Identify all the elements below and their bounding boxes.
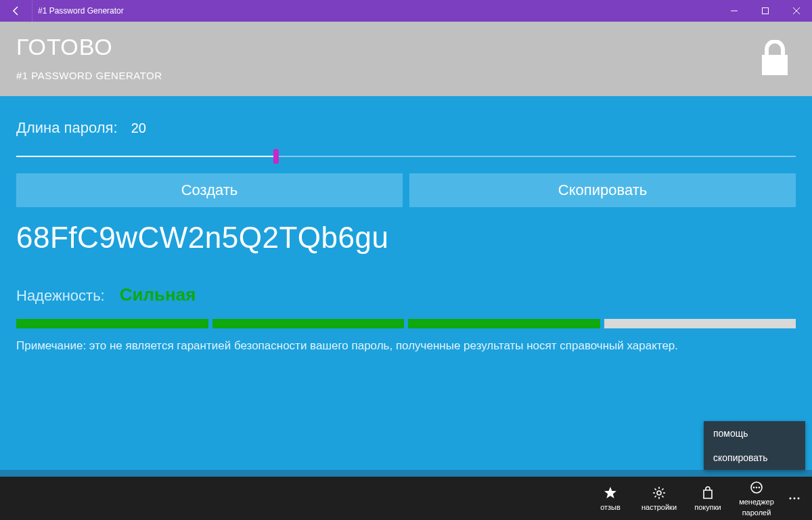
bottom-bar: отзыв настройки покупки менеджер паролей <box>0 477 812 520</box>
strength-row: Надежность: Сильная <box>16 284 796 305</box>
nav-password-manager[interactable]: менеджер паролей <box>732 480 781 517</box>
svg-line-11 <box>662 488 663 490</box>
nav-purchases[interactable]: покупки <box>683 485 732 511</box>
strength-bar-3 <box>408 319 600 328</box>
svg-point-18 <box>794 498 796 500</box>
gear-icon <box>652 485 666 500</box>
svg-point-17 <box>790 498 792 500</box>
window-controls <box>719 0 812 22</box>
nav-purchases-label: покупки <box>694 503 721 511</box>
svg-rect-2 <box>762 55 788 75</box>
back-button[interactable] <box>0 0 32 22</box>
header: ГОТОВО #1 PASSWORD GENERATOR <box>0 22 812 96</box>
nav-review[interactable]: отзыв <box>586 485 635 511</box>
strength-bar-4 <box>604 319 796 328</box>
nav-review-label: отзыв <box>600 503 621 511</box>
titlebar: #1 Password Generator <box>0 0 812 22</box>
more-button[interactable] <box>781 477 808 520</box>
close-button[interactable] <box>781 0 812 22</box>
bag-icon <box>701 485 715 500</box>
nav-manager-label-1: менеджер <box>739 498 774 506</box>
accent-strip <box>0 470 812 477</box>
slider-track-filled <box>16 156 276 157</box>
strength-bar-2 <box>212 319 405 328</box>
more-horizontal-icon <box>750 480 763 495</box>
length-row: Длина пароля: 20 <box>16 119 796 137</box>
disclaimer-note: Примечание: это не является гарантией бе… <box>16 339 796 353</box>
nav-manager-label-2: паролей <box>742 508 771 517</box>
generated-password: 68FfC9wCW2n5Q2TQb6gu <box>16 221 796 255</box>
svg-point-16 <box>759 487 761 489</box>
length-label: Длина пароля: <box>16 119 118 136</box>
svg-line-12 <box>655 496 656 497</box>
svg-point-15 <box>756 487 758 489</box>
button-row: Создать Скопировать <box>16 173 796 207</box>
status-title: ГОТОВО <box>16 34 796 60</box>
lock-icon <box>758 40 792 78</box>
svg-line-10 <box>662 496 663 497</box>
app-window: #1 Password Generator ГОТОВО #1 PASSWORD… <box>0 0 812 520</box>
svg-point-14 <box>753 487 755 489</box>
star-icon <box>604 485 617 500</box>
svg-marker-3 <box>604 487 616 498</box>
maximize-button[interactable] <box>750 0 781 22</box>
window-title: #1 Password Generator <box>32 6 719 16</box>
overflow-help[interactable]: помощь <box>704 421 805 446</box>
svg-point-4 <box>657 491 661 495</box>
svg-rect-1 <box>763 8 769 14</box>
overflow-copy[interactable]: скопировать <box>704 446 805 470</box>
svg-point-19 <box>798 498 800 500</box>
svg-line-9 <box>655 488 656 490</box>
strength-value: Сильная <box>120 284 196 305</box>
strength-label: Надежность: <box>16 287 105 305</box>
generate-button[interactable]: Создать <box>16 173 403 207</box>
nav-settings-label: настройки <box>641 503 677 511</box>
overflow-menu: помощь скопировать <box>704 421 805 470</box>
minimize-button[interactable] <box>719 0 750 22</box>
nav-settings[interactable]: настройки <box>635 485 683 511</box>
slider-handle[interactable] <box>273 149 279 164</box>
strength-bars <box>16 319 796 328</box>
copy-button[interactable]: Скопировать <box>409 173 796 207</box>
app-subtitle: #1 PASSWORD GENERATOR <box>16 70 796 81</box>
slider-track-empty <box>276 156 796 157</box>
strength-bar-1 <box>16 319 208 328</box>
length-slider[interactable] <box>16 149 796 164</box>
main-panel: Длина пароля: 20 Создать Скопировать 68F… <box>0 96 812 470</box>
length-value: 20 <box>131 121 146 136</box>
